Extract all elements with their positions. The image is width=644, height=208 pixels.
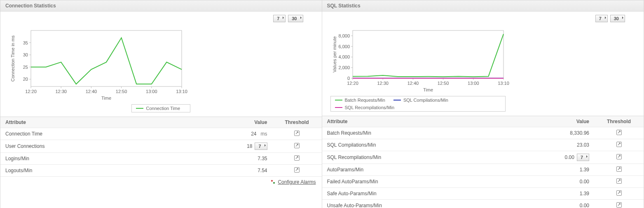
- svg-text:12:50: 12:50: [116, 89, 127, 94]
- legend-item: Connection Time: [136, 106, 180, 111]
- threshold-icon[interactable]: [616, 178, 622, 184]
- svg-text:6,000: 6,000: [338, 44, 350, 49]
- threshold-icon[interactable]: [616, 202, 622, 208]
- threshold-cell: [594, 127, 644, 139]
- svg-text:13:00: 13:00: [468, 81, 479, 86]
- value-cell: 7.54: [206, 165, 272, 177]
- attr-cell: SQL Compilations/Min: [322, 139, 529, 151]
- col-threshold: Threshold: [272, 117, 322, 128]
- attr-cell: Unsafe Auto-Params/Min: [322, 200, 529, 208]
- col-attribute: Attribute: [0, 117, 206, 128]
- value-cell: 7.35: [206, 153, 272, 165]
- svg-text:12:30: 12:30: [377, 81, 389, 86]
- legend-item: SQL Compilations/Min: [393, 98, 448, 103]
- table-sql-stats: Attribute Value Threshold Batch Requests…: [322, 116, 644, 208]
- chart-sql-stats: 02,0004,0006,0008,00012:2012:3012:4012:5…: [322, 22, 644, 116]
- configure-alarms-link[interactable]: Configure Alarms: [278, 179, 316, 185]
- svg-text:0: 0: [347, 76, 349, 81]
- svg-text:30: 30: [23, 52, 28, 57]
- legend-swatch-icon: [393, 100, 401, 100]
- threshold-cell: [594, 200, 644, 208]
- table-row: Failed AutoParams/Min0.00: [322, 176, 644, 188]
- threshold-icon[interactable]: [294, 143, 300, 148]
- legend-label: Connection Time: [146, 106, 180, 111]
- legend-label: Batch Requests/Min: [345, 98, 385, 103]
- panel-connection-statistics: Connection Statistics 7 30 2025303512:20…: [0, 0, 322, 208]
- value-cell: 23.03: [528, 139, 594, 151]
- threshold-cell: [594, 188, 644, 200]
- table-row: Connection Time24ms: [0, 128, 322, 140]
- table-row: SQL Recompilations/Min0.007: [322, 151, 644, 164]
- svg-text:13:00: 13:00: [146, 89, 157, 94]
- attr-cell: Batch Requests/Min: [322, 127, 529, 139]
- svg-text:Connection Time in ms: Connection Time in ms: [10, 35, 15, 82]
- value-cell: 0.007: [528, 151, 594, 164]
- legend-swatch-icon: [335, 107, 342, 108]
- threshold-cell: [272, 165, 322, 177]
- svg-rect-23: [353, 30, 503, 78]
- attr-cell: Safe Auto-Params/Min: [322, 188, 529, 200]
- svg-text:12:30: 12:30: [55, 89, 67, 94]
- attr-cell: User Connections: [0, 140, 206, 153]
- legend: Batch Requests/MinSQL Compilations/MinSQ…: [330, 96, 506, 112]
- threshold-cell: [272, 153, 322, 165]
- table-row: Unsafe Auto-Params/Min0.00: [322, 200, 644, 208]
- attr-cell: Connection Time: [0, 128, 206, 140]
- svg-text:12:20: 12:20: [25, 89, 37, 94]
- table-row: Batch Requests/Min8,330.96: [322, 127, 644, 139]
- chart-connection-time: 2025303512:2012:3012:4012:5013:0013:10Ti…: [0, 22, 322, 117]
- attr-cell: Logins/Min: [0, 153, 206, 165]
- range-buttons-row: 7 30: [0, 12, 322, 22]
- panel-sql-statistics: SQL Statistics 7 30 02,0004,0006,0008,00…: [322, 0, 644, 208]
- attr-cell: SQL Recompilations/Min: [322, 151, 529, 164]
- panel-title: SQL Statistics: [322, 0, 644, 12]
- svg-text:12:50: 12:50: [437, 81, 449, 86]
- threshold-icon[interactable]: [294, 155, 300, 161]
- svg-text:Time: Time: [423, 87, 433, 92]
- table-row: SQL Compilations/Min23.03: [322, 139, 644, 151]
- threshold-cell: [272, 140, 322, 153]
- configure-alarms-row: Configure Alarms: [0, 177, 322, 187]
- attr-cell: Logouts/Min: [0, 165, 206, 177]
- svg-text:4,000: 4,000: [338, 54, 350, 59]
- svg-text:25: 25: [23, 65, 28, 70]
- value-cell: 1.39: [528, 164, 594, 176]
- value-cell: 0.00: [528, 200, 594, 208]
- panel-title: Connection Statistics: [0, 0, 322, 12]
- threshold-icon[interactable]: [616, 190, 622, 196]
- detail-button[interactable]: 7: [255, 143, 267, 150]
- range-30-button[interactable]: 30: [610, 15, 625, 22]
- legend-swatch-icon: [136, 108, 143, 109]
- col-threshold: Threshold: [594, 116, 644, 127]
- svg-text:12:40: 12:40: [86, 89, 97, 94]
- table-connection-stats: Attribute Value Threshold Connection Tim…: [0, 117, 322, 177]
- legend-item: SQL Recompilations/Min: [335, 105, 395, 110]
- detail-button[interactable]: 7: [577, 154, 589, 161]
- legend-swatch-icon: [335, 100, 342, 100]
- svg-text:35: 35: [23, 40, 28, 45]
- range-buttons-row: 7 30: [322, 12, 644, 22]
- table-row: Logouts/Min7.54: [0, 165, 322, 177]
- svg-text:13:10: 13:10: [498, 81, 509, 86]
- value-cell: 0.00: [528, 176, 594, 188]
- threshold-cell: [272, 128, 322, 140]
- svg-text:2,000: 2,000: [338, 65, 350, 70]
- threshold-icon[interactable]: [294, 131, 300, 136]
- value-cell: 8,330.96: [528, 127, 594, 139]
- threshold-icon[interactable]: [616, 154, 622, 159]
- value-cell: 1.39: [528, 188, 594, 200]
- range-30-button[interactable]: 30: [288, 15, 303, 22]
- alarm-icon: [271, 180, 275, 184]
- value-cell: 24ms: [206, 128, 272, 140]
- range-7-button[interactable]: 7: [273, 15, 286, 22]
- threshold-icon[interactable]: [294, 167, 300, 173]
- svg-text:8,000: 8,000: [338, 33, 350, 38]
- threshold-icon[interactable]: [616, 130, 622, 135]
- svg-text:12:20: 12:20: [347, 81, 358, 86]
- threshold-cell: [594, 151, 644, 164]
- svg-text:Time: Time: [101, 96, 111, 100]
- value-cell: 187: [206, 140, 272, 153]
- threshold-icon[interactable]: [616, 142, 622, 147]
- range-7-button[interactable]: 7: [595, 15, 608, 22]
- threshold-icon[interactable]: [616, 166, 622, 172]
